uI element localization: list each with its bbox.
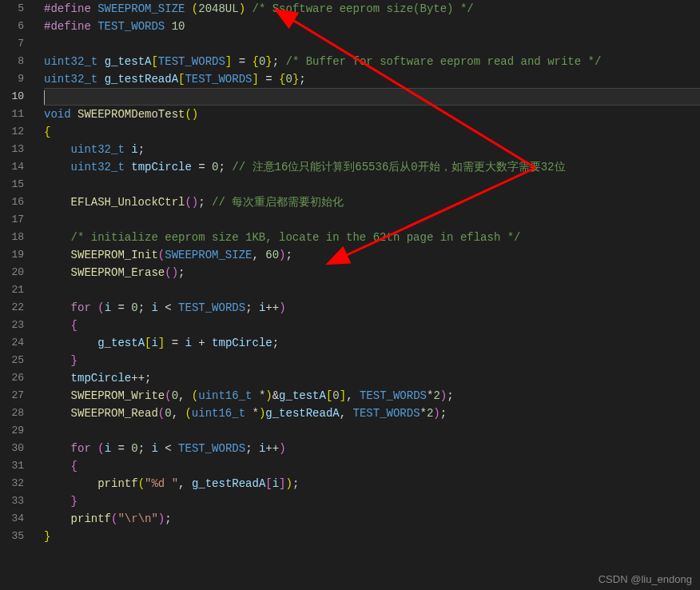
line-number: 28	[0, 405, 24, 422]
line-number: 32	[0, 475, 24, 492]
code-editor[interactable]: 5678910111213141516171819202122232425262…	[0, 0, 700, 590]
line-number: 18	[0, 229, 24, 246]
line-number: 33	[0, 492, 24, 510]
line-number: 11	[0, 106, 24, 123]
line-number: 24	[0, 334, 24, 352]
line-number: 25	[0, 352, 24, 369]
code-line[interactable]: tmpCircle++;	[44, 369, 700, 387]
code-line[interactable]: for (i = 0; i < TEST_WORDS; i++)	[44, 299, 700, 317]
code-line[interactable]: printf("\r\n");	[44, 510, 700, 528]
line-number: 30	[0, 440, 24, 457]
line-number: 16	[0, 193, 24, 211]
line-number: 19	[0, 246, 24, 264]
code-line[interactable]: SWEEPROM_Erase();	[44, 264, 700, 281]
code-area[interactable]: #define SWEEPROM_SIZE (2048UL) /* Ssoftw…	[36, 0, 700, 590]
line-number: 20	[0, 264, 24, 281]
code-line[interactable]	[44, 35, 700, 53]
code-line[interactable]	[44, 211, 700, 229]
code-line[interactable]: void SWEEPROMDemoTest()	[44, 106, 700, 123]
line-number: 6	[0, 18, 24, 35]
code-line[interactable]: SWEEPROM_Write(0, (uint16_t *)&g_testA[0…	[44, 387, 700, 405]
code-line[interactable]: SWEEPROM_Init(SWEEPROM_SIZE, 60);	[44, 246, 700, 264]
code-line[interactable]: uint32_t i;	[44, 141, 700, 158]
code-line[interactable]: {	[44, 123, 700, 141]
code-line[interactable]: }	[44, 492, 700, 510]
line-number: 35	[0, 528, 24, 545]
line-number: 27	[0, 387, 24, 405]
code-line[interactable]	[44, 422, 700, 440]
line-number: 8	[0, 53, 24, 70]
line-number: 31	[0, 457, 24, 475]
line-number: 17	[0, 211, 24, 229]
line-number: 12	[0, 123, 24, 141]
line-gutter: 5678910111213141516171819202122232425262…	[0, 0, 36, 590]
code-line[interactable]: }	[44, 528, 700, 545]
code-line[interactable]: {	[44, 457, 700, 475]
line-number: 14	[0, 158, 24, 176]
code-line[interactable]: #define TEST_WORDS 10	[44, 18, 700, 35]
line-number: 5	[0, 0, 24, 18]
code-line[interactable]: {	[44, 317, 700, 334]
code-line[interactable]: }	[44, 352, 700, 369]
line-number: 23	[0, 317, 24, 334]
line-number: 22	[0, 299, 24, 317]
line-number: 26	[0, 369, 24, 387]
code-line[interactable]: uint32_t tmpCircle = 0; // 注意16位只能计算到655…	[44, 158, 700, 176]
line-number: 34	[0, 510, 24, 528]
code-line[interactable]: for (i = 0; i < TEST_WORDS; i++)	[44, 440, 700, 457]
line-number: 7	[0, 35, 24, 53]
code-line[interactable]	[44, 176, 700, 193]
line-number: 15	[0, 176, 24, 193]
code-line[interactable]	[44, 281, 700, 299]
code-line[interactable]: uint32_t g_testA[TEST_WORDS] = {0}; /* B…	[44, 53, 700, 70]
code-line[interactable]: #define SWEEPROM_SIZE (2048UL) /* Ssoftw…	[44, 0, 700, 18]
code-line[interactable]: g_testA[i] = i + tmpCircle;	[44, 334, 700, 352]
watermark: CSDN @liu_endong	[599, 573, 692, 585]
code-line[interactable]: /* initialize eeprom size 1KB, locate in…	[44, 229, 700, 246]
line-number: 9	[0, 70, 24, 88]
code-line[interactable]	[44, 88, 700, 106]
code-line[interactable]: EFLASH_UnlockCtrl(); // 每次重启都需要初始化	[44, 193, 700, 211]
line-number: 29	[0, 422, 24, 440]
code-line[interactable]: printf("%d ", g_testReadA[i]);	[44, 475, 700, 492]
line-number: 21	[0, 281, 24, 299]
line-number: 10	[0, 88, 24, 106]
line-number: 13	[0, 141, 24, 158]
code-line[interactable]: SWEEPROM_Read(0, (uint16_t *)g_testReadA…	[44, 405, 700, 422]
code-line[interactable]: uint32_t g_testReadA[TEST_WORDS] = {0};	[44, 70, 700, 88]
